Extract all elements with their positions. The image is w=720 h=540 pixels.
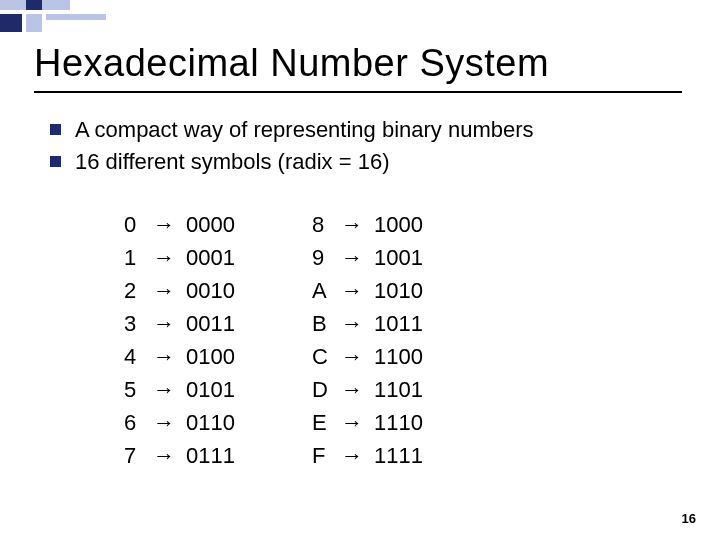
hex-value: E bbox=[312, 406, 330, 439]
corner-decoration bbox=[0, 0, 110, 36]
mapping-row: 4→0100 bbox=[124, 340, 242, 373]
hex-value: D bbox=[312, 373, 330, 406]
square-bullet-icon bbox=[50, 124, 61, 135]
hex-value: 4 bbox=[124, 340, 142, 373]
hex-value: 1 bbox=[124, 241, 142, 274]
hex-value: 8 bbox=[312, 208, 330, 241]
binary-value: 1010 bbox=[374, 274, 430, 307]
mapping-row: E→1110 bbox=[312, 406, 430, 439]
arrow-icon: → bbox=[152, 307, 176, 340]
hex-value: 2 bbox=[124, 274, 142, 307]
mapping-row: 5→0101 bbox=[124, 373, 242, 406]
hex-value: 6 bbox=[124, 406, 142, 439]
hex-binary-table: 0→00001→00012→00103→00114→01005→01016→01… bbox=[124, 208, 720, 472]
binary-value: 0110 bbox=[186, 406, 242, 439]
mapping-row: 8→1000 bbox=[312, 208, 430, 241]
binary-value: 0001 bbox=[186, 241, 242, 274]
bullet-text: A compact way of representing binary num… bbox=[75, 115, 534, 145]
title-rule bbox=[34, 91, 682, 93]
binary-value: 0000 bbox=[186, 208, 242, 241]
binary-value: 1100 bbox=[374, 340, 430, 373]
binary-value: 1101 bbox=[374, 373, 430, 406]
arrow-icon: → bbox=[340, 274, 364, 307]
arrow-icon: → bbox=[152, 406, 176, 439]
mapping-column-right: 8→10009→1001A→1010B→1011C→1100D→1101E→11… bbox=[312, 208, 430, 472]
mapping-row: D→1101 bbox=[312, 373, 430, 406]
bullet-item: 16 different symbols (radix = 16) bbox=[50, 147, 720, 177]
mapping-row: 7→0111 bbox=[124, 439, 242, 472]
arrow-icon: → bbox=[152, 439, 176, 472]
arrow-icon: → bbox=[152, 274, 176, 307]
mapping-row: A→1010 bbox=[312, 274, 430, 307]
mapping-row: C→1100 bbox=[312, 340, 430, 373]
mapping-column-left: 0→00001→00012→00103→00114→01005→01016→01… bbox=[124, 208, 242, 472]
hex-value: B bbox=[312, 307, 330, 340]
hex-value: 0 bbox=[124, 208, 142, 241]
mapping-row: 6→0110 bbox=[124, 406, 242, 439]
arrow-icon: → bbox=[340, 307, 364, 340]
square-bullet-icon bbox=[50, 156, 61, 167]
arrow-icon: → bbox=[340, 406, 364, 439]
binary-value: 0101 bbox=[186, 373, 242, 406]
bullet-list: A compact way of representing binary num… bbox=[50, 115, 720, 176]
binary-value: 0111 bbox=[186, 439, 242, 472]
bullet-text: 16 different symbols (radix = 16) bbox=[75, 147, 389, 177]
arrow-icon: → bbox=[152, 208, 176, 241]
binary-value: 0010 bbox=[186, 274, 242, 307]
hex-value: A bbox=[312, 274, 330, 307]
page-number: 16 bbox=[682, 511, 696, 526]
hex-value: 9 bbox=[312, 241, 330, 274]
mapping-row: 9→1001 bbox=[312, 241, 430, 274]
arrow-icon: → bbox=[152, 340, 176, 373]
binary-value: 0011 bbox=[186, 307, 242, 340]
hex-value: F bbox=[312, 439, 330, 472]
hex-value: C bbox=[312, 340, 330, 373]
hex-value: 7 bbox=[124, 439, 142, 472]
mapping-row: 1→0001 bbox=[124, 241, 242, 274]
arrow-icon: → bbox=[152, 373, 176, 406]
arrow-icon: → bbox=[340, 208, 364, 241]
binary-value: 0100 bbox=[186, 340, 242, 373]
arrow-icon: → bbox=[340, 373, 364, 406]
mapping-row: B→1011 bbox=[312, 307, 430, 340]
binary-value: 1000 bbox=[374, 208, 430, 241]
mapping-row: F→1111 bbox=[312, 439, 430, 472]
mapping-row: 0→0000 bbox=[124, 208, 242, 241]
binary-value: 1110 bbox=[374, 406, 430, 439]
hex-value: 3 bbox=[124, 307, 142, 340]
mapping-row: 2→0010 bbox=[124, 274, 242, 307]
arrow-icon: → bbox=[340, 439, 364, 472]
arrow-icon: → bbox=[152, 241, 176, 274]
arrow-icon: → bbox=[340, 241, 364, 274]
mapping-row: 3→0011 bbox=[124, 307, 242, 340]
bullet-item: A compact way of representing binary num… bbox=[50, 115, 720, 145]
arrow-icon: → bbox=[340, 340, 364, 373]
binary-value: 1011 bbox=[374, 307, 430, 340]
binary-value: 1001 bbox=[374, 241, 430, 274]
page-title: Hexadecimal Number System bbox=[34, 42, 720, 85]
binary-value: 1111 bbox=[374, 439, 430, 472]
hex-value: 5 bbox=[124, 373, 142, 406]
